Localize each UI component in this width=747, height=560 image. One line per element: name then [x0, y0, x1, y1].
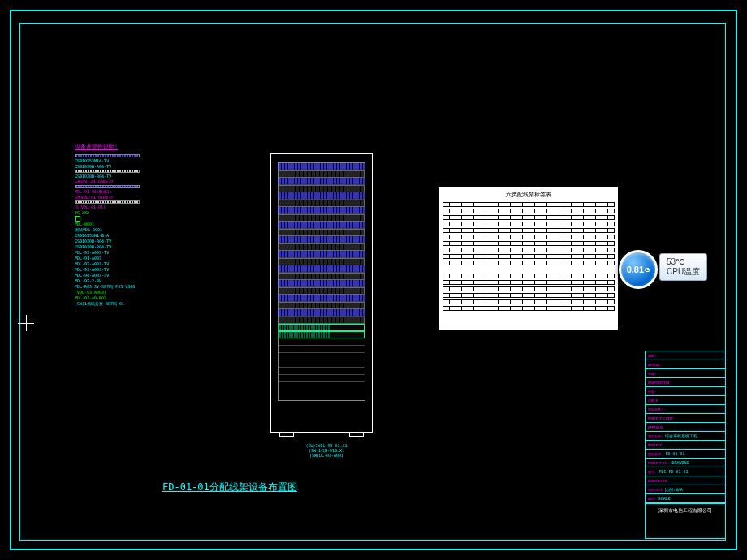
- patch-panel-graphic: [75, 154, 140, 157]
- rack-unit-tray: [279, 287, 365, 295]
- sheet-row: [443, 280, 614, 285]
- notes-title: 设备及部件说明:: [75, 143, 180, 151]
- sheet-row: [443, 215, 614, 220]
- note-item: 后(VDL-01-01): [75, 205, 180, 209]
- sheet-row: [443, 254, 614, 259]
- rack-label-line: (SW)DL-03-A001: [270, 453, 383, 458]
- sheet-row: [443, 274, 614, 278]
- title-block-row: DESIGN: [646, 360, 725, 369]
- label-table-sheet: 六类配线架标签表: [438, 187, 619, 331]
- rack-label: (SW)1VDL-93-01.X1 (SW)1代M-01B.X1 (SW)DL-…: [270, 443, 383, 458]
- cpu-unit: G: [645, 266, 650, 274]
- rack-unit-patch: [279, 222, 365, 229]
- note-item: VDL-92-2-3V: [75, 278, 180, 283]
- rack-unit-tray: [279, 258, 365, 265]
- title-block-row: CHECK: [646, 396, 725, 405]
- sheet-row: [443, 209, 614, 213]
- title-block-row: 图纸名称: FD-01-01: [646, 450, 725, 459]
- patch-panel-graphic: [75, 200, 140, 204]
- cpu-temp-badge[interactable]: 53℃ CPU温度: [659, 253, 707, 281]
- note-item: VDL-92-A003-TV: [75, 261, 180, 266]
- note-item: PS-XXX: [75, 210, 180, 215]
- sheet-row: [443, 241, 614, 246]
- rack-unit-tray: [279, 243, 365, 251]
- sheet-row: [443, 228, 614, 233]
- title-block-row: 图号: PDS-FD-01-01: [646, 467, 725, 476]
- note-item: 4类VDL-01-01Rm-P: [75, 195, 180, 200]
- note-item: VDL-01-01(数据)+: [75, 189, 180, 194]
- title-block-row: 审核:: [646, 369, 725, 378]
- note-item: (VDL-93-A003): [75, 290, 180, 295]
- cpu-value: 0.81: [627, 265, 644, 274]
- note-item: VDL-93-A003-TV: [75, 250, 180, 255]
- note-item: (SW)1代码分页 387码-01: [75, 301, 180, 306]
- sheet-row: [443, 261, 614, 265]
- note-item: VDL-03-A9-R03: [75, 295, 180, 300]
- title-block-row: DATE SCALE: [646, 494, 725, 503]
- note-item: XSB10253N1-B-A: [75, 233, 180, 238]
- sheet-row: [443, 286, 614, 291]
- sheet-row: [443, 299, 614, 304]
- sheet-row: [443, 306, 614, 311]
- title-block-row: APPROVAL: [646, 423, 725, 432]
- rack-foot: [349, 432, 364, 437]
- cpu-usage-gauge[interactable]: 0.81G: [619, 250, 658, 289]
- sheet-row: [443, 248, 614, 252]
- rack-unit-patch: [279, 265, 365, 273]
- patch-panel-graphic: [75, 170, 140, 173]
- rack-unit-switch: [279, 324, 365, 331]
- rack-unit-tray: [279, 302, 365, 309]
- rack-unit-switch: [279, 331, 365, 338]
- title-block-row: PROJECT CHIEF: [646, 414, 725, 423]
- rack-unit-patch: [279, 163, 365, 170]
- note-item: 4类VDL-01-03Rm-P: [75, 179, 180, 184]
- note-item: 测试VDL-0001: [75, 227, 180, 232]
- title-block-row: 日期:N/A 比例:N/A: [646, 485, 725, 494]
- title-block-row: 项目负责人:: [646, 405, 725, 414]
- rack-unit: [279, 353, 365, 360]
- rack-foot: [279, 432, 294, 437]
- title-block-row: DRAWING NO.: [646, 476, 725, 485]
- sheet-row: [443, 202, 614, 207]
- sheet-title: 六类配线架标签表: [439, 187, 618, 202]
- note-item: XSB10253M14-TV: [75, 158, 180, 163]
- rack-unit: [279, 375, 365, 382]
- rack-unit-tray: [279, 317, 365, 324]
- note-item: XSB1030B-R04-TV: [75, 164, 180, 169]
- rack-unit-patch: [279, 295, 365, 302]
- rack-unit-tray: [279, 170, 365, 178]
- title-block: 编制: DESIGN 审核: EXAMINATION 审定: CHECK 项目负…: [645, 351, 726, 539]
- rack-unit: [279, 360, 365, 368]
- sheet-row: [443, 222, 614, 226]
- rack-unit-tray: [279, 214, 365, 222]
- note-item: VDL-94-A003-3V: [75, 273, 180, 278]
- note-item: VDL-93-A003-TV: [75, 267, 180, 272]
- cpu-temp-label: CPU温度: [667, 267, 700, 277]
- equipment-notes-panel: 设备及部件说明: XSB10253M14-TVXSB1030B-R04-TVXS…: [75, 143, 180, 307]
- rack-unit-patch: [279, 192, 365, 200]
- rack-unit-patch: [279, 236, 365, 243]
- title-block-row: 项目名称: 综合布线系统工程: [646, 432, 725, 441]
- title-block-row: 编制:: [646, 351, 725, 360]
- note-item: VDL-91-A003: [75, 256, 180, 261]
- note-item: XSB1030B-R04-TV: [75, 244, 180, 249]
- note-item: XSB1030B-R04-TV: [75, 239, 180, 243]
- rack-unit-tray: [279, 273, 365, 280]
- rack-unit-patch: [279, 251, 365, 258]
- title-block-row: PROJECT: [646, 441, 725, 450]
- cpu-temp-value: 53℃: [667, 257, 700, 267]
- rack-unit-patch: [279, 309, 365, 317]
- equipment-rack: [270, 153, 374, 433]
- title-block-row: 审定:: [646, 387, 725, 396]
- note-item: XSB1030B-R04-TV: [75, 174, 180, 179]
- rack-unit: [279, 368, 365, 375]
- company-name: 深圳市电信工程有限公司: [646, 503, 725, 518]
- patch-panel-graphic: [75, 185, 140, 188]
- drawing-title: FD-01-01分配线架设备布置图: [162, 480, 297, 494]
- sheet-row: [443, 235, 614, 239]
- rack-unit: [279, 346, 365, 353]
- note-item: VDL-R03-3V-387码-PJ5-V306: [75, 284, 180, 289]
- title-block-row: PROJECT NO. DRAWING: [646, 459, 725, 467]
- note-item: VDL-0001: [75, 222, 180, 226]
- rack-unit-tray: [279, 185, 365, 192]
